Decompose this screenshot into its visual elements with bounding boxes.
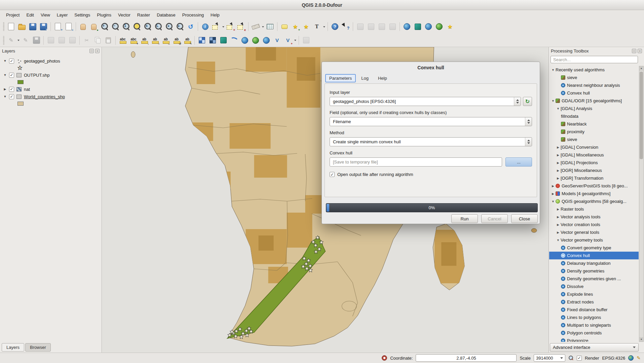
save-project-as-button[interactable]: ✎	[38, 22, 48, 32]
toolbox-item-sieve[interactable]: sieve	[549, 74, 639, 81]
panel-float-icon[interactable]: □	[89, 49, 94, 53]
toolbox-item-lines-to-polygons[interactable]: Lines to polygons	[549, 314, 639, 321]
panel-float-icon[interactable]: □	[632, 49, 636, 53]
expander-icon[interactable]: ▶	[556, 153, 560, 157]
menu-database[interactable]: Database	[153, 11, 179, 19]
toolbox-item-convex-hull[interactable]: Convex hull	[549, 252, 639, 259]
panel-tab-layers[interactable]: Layers	[2, 343, 24, 352]
toolbox-item-gdal-projections[interactable]: ▶[GDAL] Projections	[549, 159, 639, 167]
layer-visibility-checkbox[interactable]: ✓	[9, 87, 14, 92]
scrollbar-thumb[interactable]	[640, 72, 643, 159]
cut-features-button[interactable]: ✂	[82, 35, 92, 45]
expander-icon[interactable]: ▶	[3, 87, 7, 91]
toolbox-item-delaunay-triangulation[interactable]: Delaunay triangulation	[549, 259, 639, 267]
current-edits-dropdown[interactable]	[17, 36, 20, 45]
toolbox-search-input[interactable]	[551, 56, 638, 63]
scroll-down-icon[interactable]: ▼	[639, 337, 643, 341]
toolbox-item-densify-geometries[interactable]: Densify geometries	[549, 267, 639, 275]
menu-edit[interactable]: Edit	[23, 11, 37, 19]
vector-checker-button[interactable]: V+	[283, 35, 293, 45]
text-annotation-dropdown[interactable]	[323, 22, 326, 31]
expander-icon[interactable]: ▶	[556, 161, 560, 165]
toolbox-item-nearblack[interactable]: Nearblack	[549, 120, 639, 128]
cancel-button[interactable]: Cancel	[481, 214, 508, 223]
toolbox-item-polygonize[interactable]: Polygonize	[549, 337, 639, 342]
save-project-button[interactable]	[28, 22, 38, 32]
toolbox-item-gdal-ogr-15-geoalgorithms[interactable]: ▼GDAL/OGR [15 geoalgorithms]	[549, 97, 639, 105]
magnifier-icon[interactable]	[568, 355, 574, 361]
run-button[interactable]: Run	[451, 214, 478, 223]
toolbox-item-sieve[interactable]: sieve	[549, 136, 639, 143]
menu-view[interactable]: View	[37, 11, 53, 19]
pan-to-selection-button[interactable]: ▸	[89, 22, 99, 32]
toolbox-item-gdal-miscellaneous[interactable]: ▶[GDAL] Miscellaneous	[549, 151, 639, 159]
globe-3d-button[interactable]	[261, 35, 271, 45]
advanced-digitize-3-button[interactable]	[377, 22, 387, 32]
select-features-button[interactable]	[211, 22, 221, 32]
zoom-in-button[interactable]: +	[100, 22, 110, 32]
toolbar-handle[interactable]	[3, 22, 4, 31]
zoom-to-layer-button[interactable]: L	[153, 22, 163, 32]
expander-icon[interactable]: ▼	[556, 107, 560, 110]
labeling-button[interactable]: abc	[118, 35, 128, 45]
expander-icon[interactable]: ▶	[551, 192, 555, 195]
toolbox-item-ogr-miscellaneous[interactable]: ▶[OGR] Miscellaneous	[549, 167, 639, 174]
menu-processing[interactable]: Processing	[179, 11, 207, 19]
composer-manager-button[interactable]: ≡	[64, 22, 74, 32]
expander-icon[interactable]: ▶	[556, 215, 560, 219]
menu-vector[interactable]: Vector	[115, 11, 134, 19]
dialog-tab-help[interactable]: Help	[374, 74, 391, 82]
iterate-button[interactable]: ↻	[523, 97, 532, 106]
advanced-digitize-4-button[interactable]	[387, 22, 397, 32]
zoom-out-button[interactable]: −	[110, 22, 120, 32]
panel-close-icon[interactable]: ×	[638, 49, 642, 53]
toggle-editing-button[interactable]: ✎	[21, 35, 31, 45]
dialog-tab-parameters[interactable]: Parameters	[325, 74, 356, 82]
expander-icon[interactable]: ▶	[556, 223, 560, 226]
labeling-options-button[interactable]: abc+	[128, 35, 139, 45]
titlebar[interactable]: QGIS 2.0.0-Dufour	[0, 0, 644, 10]
layer-item-output-shp[interactable]: ▼✓OUTPUT.shp	[0, 71, 102, 79]
layer-item-world-countries-shp[interactable]: ▼✓World_countries_shp	[0, 93, 102, 100]
attribute-table-button[interactable]	[265, 22, 275, 32]
move-feature-button[interactable]	[56, 35, 67, 45]
label-properties-button[interactable]: ab✎	[182, 35, 192, 45]
interface-mode-select[interactable]: Advanced interface	[550, 343, 639, 352]
web-plugin-button[interactable]	[240, 35, 250, 45]
layer-visibility-checkbox[interactable]: ✓	[9, 73, 14, 78]
mapserver-export-button[interactable]	[218, 35, 228, 45]
expander-icon[interactable]: ▶	[556, 208, 560, 211]
field-select[interactable]: Filename	[330, 117, 532, 126]
browse-button[interactable]: ...	[505, 157, 532, 167]
open-output-checkbox[interactable]: ✓	[330, 172, 335, 177]
topology-checker-button[interactable]: V	[272, 35, 282, 45]
help-contents-button[interactable]: ?	[330, 22, 340, 32]
toolbox-item-vector-creation-tools[interactable]: ▶Vector creation tools	[549, 221, 639, 228]
new-bookmark-button[interactable]: ★+	[290, 22, 300, 32]
expander-icon[interactable]: ▼	[3, 73, 7, 77]
vector-checker-dropdown[interactable]	[294, 36, 297, 45]
layer-item-nat[interactable]: ▶✓nat	[0, 85, 102, 93]
toolbox-item-gdal-conversion[interactable]: ▶[GDAL] Conversion	[549, 143, 639, 151]
coordinate-input[interactable]	[416, 354, 517, 362]
menu-project[interactable]: Project	[3, 11, 23, 19]
pan-map-button[interactable]	[78, 22, 88, 32]
extent-icon[interactable]	[382, 355, 387, 361]
dialog-tab-log[interactable]: Log	[357, 74, 373, 82]
label-pin-button[interactable]: ab↓	[139, 35, 149, 45]
expander-icon[interactable]: ▼	[551, 99, 555, 103]
menu-settings[interactable]: Settings	[71, 11, 93, 19]
advanced-digitize-2-button[interactable]	[366, 22, 376, 32]
map-tips-button[interactable]	[279, 22, 290, 32]
zoom-full-button[interactable]	[132, 22, 142, 32]
add-feature-button[interactable]	[46, 35, 56, 45]
measure-line-dropdown[interactable]	[261, 22, 264, 31]
toolbox-item-vector-geometry-tools[interactable]: ▼Vector geometry tools	[549, 236, 639, 244]
toolbox-item-nearest-neighbour-analysis[interactable]: Nearest neighbour analysis	[549, 81, 639, 89]
plugin-favorites-button[interactable]: ★	[445, 22, 455, 32]
expander-icon[interactable]: ▼	[551, 68, 555, 72]
toolbox-item-convex-hull[interactable]: Convex hull	[549, 89, 639, 97]
method-select[interactable]: Create single minimum convex hull	[330, 137, 532, 146]
close-button[interactable]: Close	[511, 214, 538, 223]
new-print-composer-button[interactable]: +	[53, 22, 63, 32]
